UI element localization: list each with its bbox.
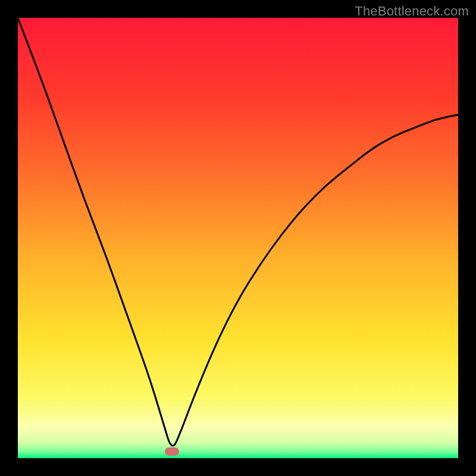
- chart-container: TheBottleneck.com: [0, 0, 476, 476]
- bottleneck-curve: [18, 18, 458, 458]
- minimum-marker: [165, 447, 179, 456]
- plot-area: [18, 18, 458, 458]
- watermark-text: TheBottleneck.com: [355, 4, 469, 19]
